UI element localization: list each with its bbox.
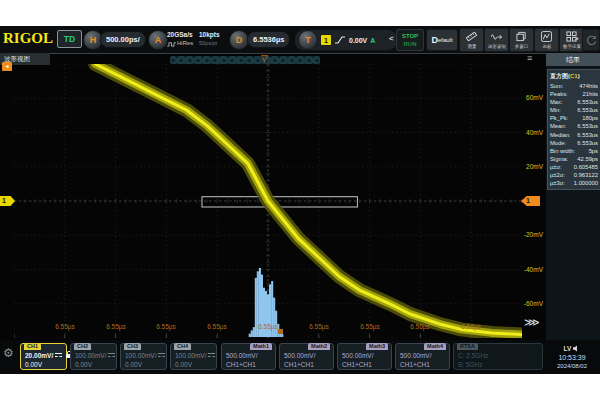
results-header[interactable]: 结果 xyxy=(546,53,600,66)
lan-status: LV xyxy=(564,344,572,353)
dc-coupling-icon xyxy=(158,353,165,359)
sync-button[interactable] xyxy=(582,29,600,51)
ch4-block[interactable]: CH4 100.00mV/ 0.00V xyxy=(170,343,217,370)
ch2-block[interactable]: CH2 100.00mV/ 0.00V xyxy=(70,343,117,370)
trigger-sweep-mode: A xyxy=(370,37,375,44)
trigger-status-badge: TD xyxy=(57,30,82,48)
stat-row: Median:6.553us xyxy=(550,131,598,139)
oscilloscope-screen: RIGOL TD H 500.00ps/ A 20GSa/s HiRes 10k… xyxy=(0,26,600,374)
multi-window-menu-button[interactable]: 多窗口 xyxy=(509,28,534,52)
stat-row: Mode:6.553us xyxy=(550,139,598,147)
ch4-scale: 100.00mV/ xyxy=(175,352,206,359)
results-panel: 结果 直方图(C1) Sum:474hits Peaks:21hits Max:… xyxy=(546,53,600,340)
refresh-sync-icon xyxy=(586,35,597,46)
collapse-arrow[interactable]: < xyxy=(389,34,394,43)
stat-label: Median: xyxy=(550,131,571,139)
math3-block[interactable]: Math3 500.00mV/ CH1+CH1 xyxy=(337,343,392,370)
ch1-block[interactable]: CH1 20.00mV/ 0.00V xyxy=(20,343,67,370)
waveform-plot xyxy=(14,64,522,338)
memory-depth-info[interactable]: 10kpts 50ps/pt xyxy=(199,29,220,49)
stat-label: µ±2σ: xyxy=(550,171,565,179)
time-axis-label: 6.55µs xyxy=(151,323,181,330)
acquisition-info[interactable]: 20GSa/s HiRes xyxy=(167,29,193,49)
default-button[interactable]: Default xyxy=(426,29,458,51)
voltage-scale-label: -40mV xyxy=(523,266,543,273)
page: RIGOL TD H 500.00ps/ A 20GSa/s HiRes 10k… xyxy=(0,0,600,400)
math1-expression: CH1+CH1 xyxy=(226,361,256,368)
rtsa-tab: RTSA xyxy=(457,343,478,350)
ch1-scale: 20.00mV/ xyxy=(25,352,53,359)
math1-block[interactable]: Math1 500.00mV/ CH1+CH1 xyxy=(221,343,276,370)
multi-window-icon xyxy=(516,31,527,42)
trigger-delay-value[interactable]: 6.5536µs xyxy=(247,31,290,48)
stat-row: µ±σ:0.605485 xyxy=(550,163,598,171)
waveform-record-menu-button[interactable]: 波形录制 xyxy=(484,28,509,52)
run-stop-button[interactable]: STOP RUN xyxy=(396,29,424,51)
trigger-knob-button[interactable]: T xyxy=(298,30,318,50)
digital-ops-menu-button[interactable]: 数字运算 xyxy=(559,28,584,52)
cursor-menu-button[interactable]: 光标 xyxy=(534,28,559,52)
time-axis-label: 6.55µs xyxy=(355,323,385,330)
ruler-measure-icon xyxy=(466,31,477,42)
histogram-range-strip[interactable] xyxy=(170,56,320,64)
stat-label: Min: xyxy=(550,106,561,114)
histogram-title: 直方图(C1) xyxy=(550,72,598,81)
stat-value: 6.553us xyxy=(577,139,598,147)
clock-date: 2024/08/02 xyxy=(546,362,598,371)
measure-menu-button[interactable]: 测量 xyxy=(459,28,484,52)
math3-tab: Math3 xyxy=(366,343,388,350)
trigger-source-badge[interactable]: 1 xyxy=(321,35,331,45)
math4-block[interactable]: Math4 500.00mV/ CH1+CH1 xyxy=(395,343,450,370)
histogram-stats-card[interactable]: 直方图(C1) Sum:474hits Peaks:21hits Max:6.5… xyxy=(547,69,600,190)
timebase-value[interactable]: 500.00ps/ xyxy=(100,31,146,48)
delay-knob-button[interactable]: D xyxy=(229,30,249,50)
stat-row: Sigma:42.59ps xyxy=(550,155,598,163)
rtsa-span: S: 5GHz xyxy=(458,361,483,368)
stat-label: Bin width: xyxy=(550,147,575,155)
stat-row: Min:6.553us xyxy=(550,106,598,114)
math2-block[interactable]: Math2 500.00mV/ CH1+CH1 xyxy=(279,343,334,370)
system-status-block[interactable]: LV 10:53:39 2024/08/02 xyxy=(546,344,598,371)
time-axis-label: 6.55µs xyxy=(101,323,131,330)
stat-label: Max: xyxy=(550,98,563,106)
memory-depth: 10kpts xyxy=(199,30,220,39)
math2-scale: 500.00mV/ xyxy=(284,352,315,359)
stat-value: 5ps xyxy=(589,147,598,155)
ch3-offset: 0.00V xyxy=(125,361,142,368)
menu-label: 多窗口 xyxy=(515,43,529,48)
trigger-position-marker-icon[interactable]: ▽ xyxy=(261,54,268,63)
rtsa-center-freq: C: 2.5GHz xyxy=(458,352,488,359)
math4-scale: 500.00mV/ xyxy=(400,352,431,359)
stat-value: 0.605485 xyxy=(574,163,598,171)
ch3-scale: 100.00mV/ xyxy=(125,352,156,359)
voltage-scale-label: 20mV xyxy=(523,163,543,170)
trigger-settings-group[interactable]: T 1 0.00V A xyxy=(294,29,398,51)
ch2-scale: 100.00mV/ xyxy=(75,352,106,359)
stat-label: Pk_Pk: xyxy=(550,114,568,122)
stat-row: Mean:6.553us xyxy=(550,122,598,130)
trigger-position-left-icon[interactable]: ◄ xyxy=(2,62,12,71)
window-menu-icon[interactable]: ≡ xyxy=(527,54,532,63)
menu-label: 数字运算 xyxy=(563,43,581,48)
acq-mode: HiRes xyxy=(177,39,193,48)
math3-scale: 500.00mV/ xyxy=(342,352,373,359)
ch3-block[interactable]: CH3 100.00mV/ 0.00V xyxy=(120,343,167,370)
gear-settings-icon[interactable]: ⚙ xyxy=(3,347,14,359)
menu-expand-icon[interactable]: ⋙ xyxy=(524,317,540,328)
voltage-scale-label: -60mV xyxy=(523,300,543,307)
math3-expression: CH1+CH1 xyxy=(342,361,372,368)
run-state-stop: STOP xyxy=(402,32,418,40)
rtsa-block[interactable]: RTSA C: 2.5GHz S: 5GHz xyxy=(453,343,543,370)
histogram-source: C1 xyxy=(570,73,578,79)
cursor-icon xyxy=(541,31,552,42)
ch1-offset-marker[interactable]: 1 xyxy=(0,196,15,206)
ch4-offset: 0.00V xyxy=(175,361,192,368)
expand-arrow[interactable]: > xyxy=(574,34,579,43)
stat-value: 6.553us xyxy=(577,98,598,106)
waveform-graticule[interactable]: 6.55µs 6.55µs 6.55µs 6.55µs 6.55µs 6.55µ… xyxy=(14,64,522,338)
stat-value: 6.553us xyxy=(577,122,598,130)
math1-scale: 500.00mV/ xyxy=(226,352,257,359)
trigger-level-marker[interactable]: 1 xyxy=(521,196,540,206)
math1-tab: Math1 xyxy=(250,343,272,350)
acquire-knob-button[interactable]: A xyxy=(148,30,168,50)
